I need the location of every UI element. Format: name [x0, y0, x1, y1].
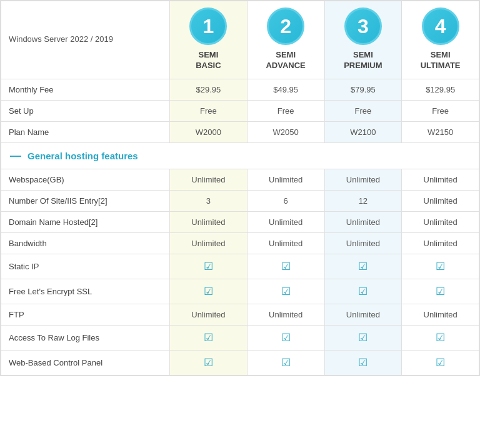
static-ip-check-1: ☑	[170, 254, 248, 279]
plan-4-circle: 4	[422, 7, 459, 45]
control-panel-check-1: ☑	[170, 350, 248, 375]
bandwidth-row: Bandwidth Unlimited Unlimited Unlimited …	[1, 232, 479, 254]
webspace-2: Unlimited	[247, 169, 324, 190]
plan-name-row: Plan Name W2000 W2050 W2100 W2150	[1, 121, 479, 142]
ftp-3: Unlimited	[324, 304, 402, 325]
raw-log-check-1: ☑	[170, 325, 248, 350]
pricing-table: Windows Server 2022 / 2019 1 SEMI BASIC …	[0, 0, 480, 376]
webspace-4: Unlimited	[402, 169, 479, 190]
check-icon: ☑	[358, 286, 368, 297]
setup-4: Free	[402, 100, 479, 121]
plan-name-3: W2100	[324, 121, 402, 142]
check-icon: ☑	[436, 261, 445, 272]
plan-name-2: W2050	[247, 121, 324, 142]
bandwidth-label: Bandwidth	[1, 232, 170, 254]
domain-hosted-2: Unlimited	[247, 211, 324, 232]
check-icon: ☑	[436, 286, 445, 297]
ssl-check-4: ☑	[402, 279, 479, 304]
ftp-1: Unlimited	[170, 304, 248, 325]
setup-row: Set Up Free Free Free Free	[1, 100, 479, 121]
domain-hosted-label: Domain Name Hosted[2]	[1, 211, 170, 232]
check-icon: ☑	[358, 332, 368, 344]
static-ip-row: Static IP ☑ ☑ ☑ ☑	[1, 254, 479, 279]
check-icon: ☑	[281, 286, 291, 297]
general-features-section-header: — General hosting features	[1, 142, 479, 169]
plan-name-4: W2150	[402, 121, 479, 142]
section-dash-icon: —	[10, 149, 21, 162]
check-icon: ☑	[358, 357, 368, 369]
control-panel-label: Web-Based Control Panel	[1, 350, 170, 375]
site-iis-1: 3	[170, 190, 248, 211]
static-ip-check-3: ☑	[324, 254, 402, 279]
raw-log-check-4: ☑	[402, 325, 479, 350]
setup-1: Free	[170, 100, 248, 121]
ssl-check-1: ☑	[170, 279, 248, 304]
check-icon: ☑	[281, 357, 291, 369]
check-icon: ☑	[204, 332, 213, 344]
static-ip-check-2: ☑	[247, 254, 324, 279]
ftp-row: FTP Unlimited Unlimited Unlimited Unlimi…	[1, 304, 479, 325]
monthly-fee-2: $49.95	[247, 79, 324, 100]
site-iis-4: Unlimited	[402, 190, 479, 211]
check-icon: ☑	[281, 261, 291, 272]
webspace-label: Webspace(GB)	[1, 169, 170, 190]
site-iis-2: 6	[247, 190, 324, 211]
monthly-fee-4: $129.95	[402, 79, 479, 100]
check-icon: ☑	[436, 332, 445, 344]
check-icon: ☑	[204, 286, 213, 297]
plan-4-header: 4 SEMI ULTIMATE	[402, 1, 479, 79]
bandwidth-1: Unlimited	[170, 232, 248, 254]
bandwidth-3: Unlimited	[324, 232, 402, 254]
plan-2-circle: 2	[267, 7, 304, 45]
plan-4-name: SEMI ULTIMATE	[405, 50, 476, 71]
setup-3: Free	[324, 100, 402, 121]
site-iis-3: 12	[324, 190, 402, 211]
bandwidth-2: Unlimited	[247, 232, 324, 254]
domain-hosted-1: Unlimited	[170, 211, 248, 232]
ssl-check-2: ☑	[247, 279, 324, 304]
static-ip-check-4: ☑	[402, 254, 479, 279]
webspace-row: Webspace(GB) Unlimited Unlimited Unlimit…	[1, 169, 479, 190]
webspace-1: Unlimited	[170, 169, 248, 190]
check-icon: ☑	[436, 357, 445, 369]
ftp-4: Unlimited	[402, 304, 479, 325]
control-panel-row: Web-Based Control Panel ☑ ☑ ☑ ☑	[1, 350, 479, 375]
ssl-check-3: ☑	[324, 279, 402, 304]
plan-1-circle: 1	[189, 7, 227, 45]
ssl-label: Free Let's Encrypt SSL	[1, 279, 170, 304]
raw-log-check-3: ☑	[324, 325, 402, 350]
monthly-fee-1: $29.95	[170, 79, 248, 100]
general-features-header-cell: — General hosting features	[1, 142, 479, 169]
control-panel-check-4: ☑	[402, 350, 479, 375]
plan-3-circle: 3	[344, 7, 382, 45]
control-panel-check-2: ☑	[247, 350, 324, 375]
control-panel-check-3: ☑	[324, 350, 402, 375]
raw-log-check-2: ☑	[247, 325, 324, 350]
plans-header-row: Windows Server 2022 / 2019 1 SEMI BASIC …	[1, 1, 479, 79]
raw-log-label: Access To Raw Log Files	[1, 325, 170, 350]
webspace-3: Unlimited	[324, 169, 402, 190]
ftp-label: FTP	[1, 304, 170, 325]
plan-2-name: SEMI ADVANCE	[251, 50, 321, 71]
plan-2-header: 2 SEMI ADVANCE	[247, 1, 324, 79]
monthly-fee-3: $79.95	[324, 79, 402, 100]
section-title: General hosting features	[28, 151, 138, 161]
domain-hosted-4: Unlimited	[402, 211, 479, 232]
domain-hosted-row: Domain Name Hosted[2] Unlimited Unlimite…	[1, 211, 479, 232]
static-ip-label: Static IP	[1, 254, 170, 279]
site-iis-label: Number Of Site/IIS Entry[2]	[1, 190, 170, 211]
plan-3-name: SEMI PREMIUM	[328, 50, 399, 71]
general-features-header-content: — General hosting features	[10, 149, 470, 162]
setup-label: Set Up	[1, 100, 170, 121]
plan-1-name: SEMI BASIC	[173, 50, 244, 71]
plan-3-header: 3 SEMI PREMIUM	[324, 1, 402, 79]
setup-2: Free	[247, 100, 324, 121]
monthly-fee-row: Monthly Fee $29.95 $49.95 $79.95 $129.95	[1, 79, 479, 100]
bandwidth-4: Unlimited	[402, 232, 479, 254]
plan-1-header: 1 SEMI BASIC	[170, 1, 248, 79]
ftp-2: Unlimited	[247, 304, 324, 325]
raw-log-row: Access To Raw Log Files ☑ ☑ ☑ ☑	[1, 325, 479, 350]
check-icon: ☑	[281, 332, 291, 344]
os-label: Windows Server 2022 / 2019	[1, 1, 170, 79]
plan-name-label: Plan Name	[1, 121, 170, 142]
